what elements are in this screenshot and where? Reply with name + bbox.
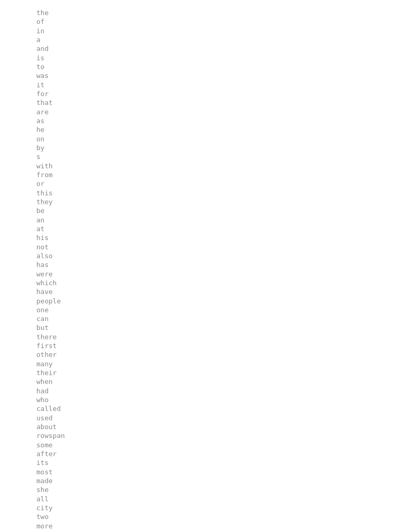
list-item: which xyxy=(36,278,399,287)
list-item: also xyxy=(36,251,399,260)
list-item: people xyxy=(36,297,399,305)
list-item: not xyxy=(36,243,399,251)
list-item: other xyxy=(36,350,399,359)
word-list: theofinaandistowasitforthatareasheonbysw… xyxy=(36,8,399,532)
list-item: are xyxy=(36,108,399,116)
list-item: an xyxy=(36,216,399,224)
list-item: for xyxy=(36,89,399,98)
list-item: can xyxy=(36,314,399,323)
list-item: but xyxy=(36,323,399,332)
list-item: s xyxy=(36,152,399,161)
list-item: with xyxy=(36,162,399,170)
list-item: his xyxy=(36,233,399,242)
list-item: one xyxy=(36,305,399,314)
list-item: be xyxy=(36,206,399,215)
list-item: have xyxy=(36,287,399,296)
list-item: by xyxy=(36,143,399,152)
list-item: the xyxy=(36,8,399,17)
list-item: or xyxy=(36,179,399,188)
list-item: a xyxy=(36,35,399,44)
list-item: this xyxy=(36,189,399,197)
list-item: all xyxy=(36,495,399,503)
list-item: of xyxy=(36,17,399,26)
list-item: she xyxy=(36,485,399,494)
list-item: as xyxy=(36,116,399,125)
list-item: that xyxy=(36,98,399,107)
list-item: and xyxy=(36,44,399,53)
list-item: about xyxy=(36,422,399,431)
list-item: he xyxy=(36,125,399,134)
list-item: their xyxy=(36,368,399,377)
list-item: who xyxy=(36,395,399,404)
list-item: more xyxy=(36,522,399,530)
list-item: many xyxy=(36,360,399,368)
list-item: there xyxy=(36,332,399,341)
list-item: had xyxy=(36,387,399,395)
list-item: after xyxy=(36,449,399,458)
list-item: called xyxy=(36,404,399,413)
list-item: to xyxy=(36,62,399,71)
list-item: some xyxy=(36,441,399,449)
list-item: city xyxy=(36,503,399,512)
list-item: first xyxy=(36,341,399,350)
list-item: were xyxy=(36,270,399,278)
list-item: has xyxy=(36,260,399,269)
list-item: most xyxy=(36,468,399,476)
list-item: made xyxy=(36,476,399,485)
list-item: is xyxy=(36,54,399,62)
list-item: its xyxy=(36,458,399,467)
list-item: two xyxy=(36,512,399,521)
list-item: used xyxy=(36,414,399,422)
list-item: from xyxy=(36,170,399,179)
list-item: in xyxy=(36,26,399,35)
list-item: they xyxy=(36,197,399,206)
list-item: rowspan xyxy=(36,431,399,440)
list-item: was xyxy=(36,71,399,80)
list-item: it xyxy=(36,81,399,89)
list-item: at xyxy=(36,224,399,233)
list-item: when xyxy=(36,377,399,386)
list-item: on xyxy=(36,135,399,143)
